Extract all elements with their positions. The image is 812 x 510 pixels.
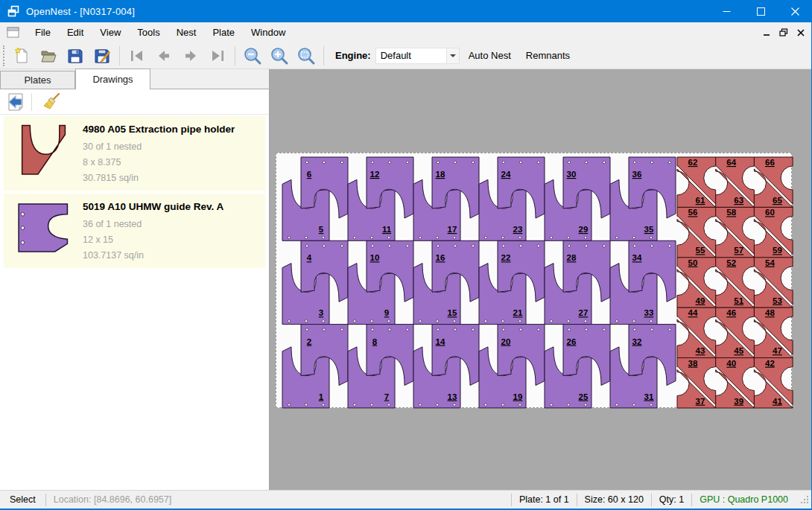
- drill-hole: [305, 328, 308, 331]
- mdi-close-icon[interactable]: [797, 29, 805, 36]
- drill-hole: [305, 161, 308, 163]
- close-icon: [791, 7, 799, 16]
- clear-drawings-button[interactable]: [41, 92, 63, 112]
- save-icon: [66, 47, 84, 65]
- drill-hole: [322, 320, 324, 322]
- mdi-restore-icon[interactable]: [779, 28, 788, 36]
- drawing-item[interactable]: 5019 A10 UHMW guide Rev. A 36 of 1 neste…: [4, 194, 265, 268]
- drawing-size: 12 x 15: [83, 232, 223, 248]
- drill-hole: [472, 245, 474, 247]
- drill-hole: [519, 161, 521, 163]
- part-number: 61: [696, 196, 705, 205]
- gpu-status: GPU : Quadro P1000: [692, 491, 796, 509]
- drill-hole: [454, 328, 456, 331]
- import-drawing-icon: [6, 92, 25, 112]
- drill-hole: [353, 236, 355, 238]
- drill-hole: [340, 328, 343, 331]
- engine-combobox[interactable]: Default: [375, 48, 447, 64]
- menu-view[interactable]: View: [92, 22, 129, 42]
- part-number: 17: [448, 225, 457, 234]
- drill-hole: [288, 320, 290, 322]
- menu-file[interactable]: File: [27, 22, 59, 42]
- mdi-minimize-icon[interactable]: [763, 29, 770, 36]
- drill-hole: [650, 404, 652, 406]
- part-number: 48: [765, 308, 775, 317]
- plate[interactable]: 6512111817242330293635431091615222128273…: [276, 153, 792, 408]
- drill-hole: [453, 236, 455, 238]
- zoom-fit-button[interactable]: [295, 45, 317, 67]
- drill-hole: [436, 236, 438, 238]
- menu-nest[interactable]: Nest: [168, 22, 205, 42]
- drill-hole: [388, 328, 390, 331]
- maximize-button[interactable]: [743, 0, 778, 22]
- drill-hole: [650, 245, 653, 247]
- minimize-button[interactable]: [709, 0, 743, 22]
- drill-hole: [650, 328, 653, 331]
- drill-hole: [518, 320, 521, 322]
- save-as-icon: [93, 47, 111, 65]
- menu-plate[interactable]: Plate: [204, 22, 243, 42]
- menu-bar: File Edit View Tools Nest Plate Window: [0, 22, 812, 42]
- toolbar-separator: [235, 46, 235, 66]
- part-number: 3: [319, 308, 323, 317]
- drill-hole: [584, 320, 586, 322]
- menu-tools[interactable]: Tools: [129, 22, 168, 42]
- save-as-button[interactable]: [91, 45, 113, 67]
- import-drawing-button[interactable]: [4, 92, 27, 112]
- previous-arrow-icon: [155, 47, 173, 65]
- nest-canvas[interactable]: 6512111817242330293635431091615222128273…: [270, 69, 812, 490]
- drawing-thumbnail-red: [11, 122, 74, 179]
- zoom-fit-icon: [296, 46, 316, 66]
- part-number: 24: [501, 170, 511, 179]
- drawing-area: 103.7137 sq/in: [83, 248, 223, 264]
- drill-hole: [406, 161, 408, 163]
- auto-nest-button[interactable]: Auto Nest: [463, 50, 517, 61]
- menu-window[interactable]: Window: [243, 22, 294, 42]
- mode-status: Select: [0, 494, 45, 505]
- part-number: 46: [726, 308, 736, 317]
- main-toolbar: Engine: Default Auto Nest Remnants: [0, 42, 812, 69]
- part-number: 31: [644, 392, 654, 401]
- tab-plates[interactable]: Plates: [0, 71, 75, 89]
- drill-hole: [370, 404, 372, 406]
- part-number: 43: [696, 346, 705, 355]
- menu-edit[interactable]: Edit: [59, 22, 92, 42]
- engine-dropdown-button[interactable]: [447, 48, 460, 64]
- drill-hole: [323, 328, 325, 331]
- drill-hole: [567, 320, 569, 322]
- part-number: 44: [688, 308, 698, 317]
- part-number: 29: [579, 225, 589, 234]
- drill-hole: [288, 236, 290, 238]
- tab-drawings[interactable]: Drawings: [75, 68, 150, 89]
- drill-hole: [501, 320, 504, 322]
- part-number: 22: [501, 253, 511, 262]
- drill-hole: [567, 236, 569, 238]
- open-button[interactable]: [37, 45, 60, 67]
- title-bar: OpenNest - [N0317-004]: [0, 0, 812, 22]
- toolbar-grip: [3, 45, 8, 66]
- part-number: 25: [579, 392, 589, 401]
- remnants-button[interactable]: Remnants: [520, 50, 576, 61]
- part-number: 56: [688, 208, 698, 217]
- engine-label: Engine:: [335, 50, 371, 61]
- save-button[interactable]: [64, 45, 86, 67]
- drill-hole: [484, 404, 486, 406]
- last-plate-button[interactable]: [206, 45, 229, 67]
- drill-hole: [650, 236, 652, 238]
- zoom-out-button[interactable]: [241, 45, 264, 67]
- previous-plate-button[interactable]: [153, 45, 175, 67]
- close-button[interactable]: [778, 0, 812, 22]
- resize-grip[interactable]: [800, 495, 809, 504]
- part-number: 27: [579, 308, 589, 317]
- part-number: 2: [307, 337, 311, 346]
- next-plate-button[interactable]: [180, 45, 202, 67]
- zoom-in-button[interactable]: [268, 45, 291, 67]
- part-number: 11: [382, 225, 392, 234]
- first-plate-button[interactable]: [126, 45, 148, 67]
- new-file-button[interactable]: [10, 45, 33, 67]
- part-number: 15: [448, 308, 457, 317]
- drill-hole: [668, 245, 670, 247]
- drill-hole: [419, 236, 421, 238]
- drill-hole: [388, 161, 390, 163]
- drawing-item[interactable]: 4980 A05 Extraction pipe holder 30 of 1 …: [4, 116, 265, 191]
